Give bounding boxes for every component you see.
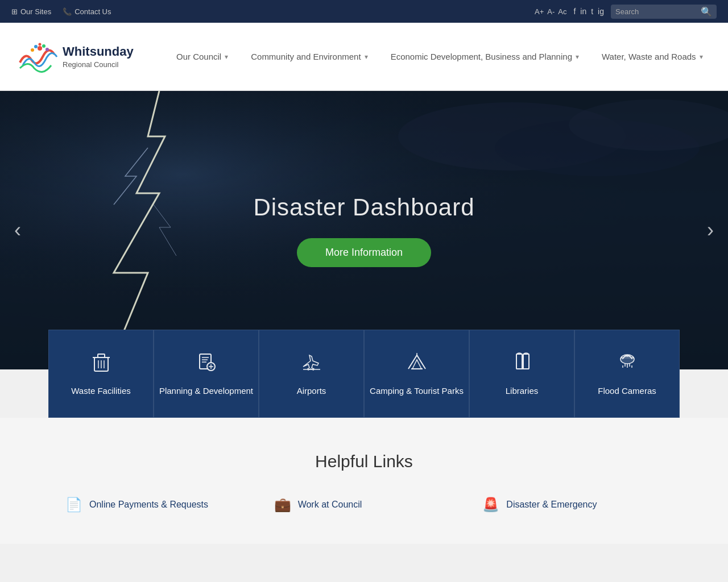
flood-icon [616, 351, 639, 379]
font-controls: A+ A- Ac [535, 7, 566, 16]
payments-label: Online Payments & Requests [89, 500, 208, 510]
logo[interactable]: Whitsunday Regional Council [17, 34, 142, 80]
linkedin-icon[interactable]: in [580, 7, 586, 16]
nav-economic-label: Economic Development, Business and Plann… [391, 52, 572, 61]
flood-label: Flood Cameras [598, 385, 656, 397]
svg-rect-15 [98, 354, 105, 357]
work-label: Work at Council [298, 500, 362, 510]
nav-water-chevron: ▾ [700, 53, 703, 61]
facebook-icon[interactable]: f [573, 7, 576, 16]
work-icon: 💼 [274, 497, 291, 513]
twitter-icon[interactable]: t [591, 7, 593, 16]
nav-community-chevron: ▾ [365, 53, 368, 61]
nav-economic-chevron: ▾ [576, 53, 579, 61]
search-bar: 🔍 [611, 5, 717, 19]
nav-community-label: Community and Environment [251, 52, 361, 61]
our-sites-link[interactable]: ⊞ Our Sites [11, 7, 51, 16]
quick-link-flood[interactable]: Flood Cameras [574, 330, 680, 418]
svg-point-1 [34, 45, 38, 48]
airports-label: Airports [297, 385, 326, 397]
nav-bar: Whitsunday Regional Council Our Council … [0, 23, 728, 91]
search-input[interactable] [615, 7, 701, 16]
helpful-item-payments[interactable]: 📄 Online Payments & Requests [57, 488, 254, 521]
camping-label: Camping & Tourist Parks [370, 385, 464, 397]
nav-links: Our Council ▾ Community and Environment … [165, 46, 714, 67]
contact-us-label: Contact Us [75, 7, 111, 16]
quick-links-section: Waste Facilities Planning & Development … [0, 330, 728, 418]
planning-icon [195, 351, 218, 379]
libraries-label: Libraries [506, 385, 539, 397]
disaster-label: Disaster & Emergency [506, 500, 597, 510]
search-button[interactable]: 🔍 [701, 6, 712, 17]
svg-point-3 [31, 48, 34, 52]
more-information-button[interactable]: More Information [297, 238, 431, 267]
quick-link-waste[interactable]: Waste Facilities [48, 330, 154, 418]
airports-icon [300, 351, 323, 379]
nav-item-economic[interactable]: Economic Development, Business and Plann… [379, 46, 590, 67]
svg-text:Whitsunday: Whitsunday [63, 44, 134, 59]
social-icons: f in t ig [573, 7, 604, 16]
svg-rect-29 [516, 354, 522, 369]
disaster-icon: 🚨 [482, 497, 499, 513]
nav-our-council-label: Our Council [176, 52, 221, 61]
font-increase-btn[interactable]: A+ [535, 7, 544, 16]
payments-icon: 📄 [65, 497, 82, 513]
carousel-next-button[interactable]: › [701, 213, 719, 248]
our-sites-label: Our Sites [20, 7, 51, 16]
nav-item-community[interactable]: Community and Environment ▾ [239, 46, 379, 67]
hero-section: ‹ Disaster Dashboard More Information › [0, 91, 728, 369]
svg-point-0 [38, 46, 42, 51]
nav-item-our-council[interactable]: Our Council ▾ [165, 46, 239, 67]
svg-text:Regional Council: Regional Council [63, 60, 118, 69]
helpful-links-section: Helpful Links 📄 Online Payments & Reques… [0, 418, 728, 544]
waste-label: Waste Facilities [71, 385, 130, 397]
carousel-prev-button[interactable]: ‹ [9, 213, 27, 248]
svg-point-4 [46, 48, 49, 51]
quick-link-libraries[interactable]: Libraries [469, 330, 574, 418]
phone-icon: 📞 [63, 7, 72, 16]
helpful-item-work[interactable]: 💼 Work at Council [266, 488, 463, 521]
camping-icon [406, 351, 428, 379]
libraries-icon [511, 351, 533, 379]
grid-icon: ⊞ [11, 7, 18, 16]
top-bar: ⊞ Our Sites 📞 Contact Us A+ A- Ac f in t… [0, 0, 728, 23]
helpful-item-disaster[interactable]: 🚨 Disaster & Emergency [474, 488, 671, 521]
logo-area: Whitsunday Regional Council [17, 34, 142, 80]
quick-link-camping[interactable]: Camping & Tourist Parks [364, 330, 469, 418]
font-decrease-btn[interactable]: A- [547, 7, 555, 16]
nav-our-council-chevron: ▾ [225, 53, 228, 61]
top-bar-right: A+ A- Ac f in t ig 🔍 [535, 5, 717, 19]
svg-point-32 [621, 355, 634, 364]
planning-label: Planning & Development [159, 385, 253, 397]
hero-title: Disaster Dashboard [253, 194, 474, 221]
quick-link-airports[interactable]: Airports [259, 330, 364, 418]
instagram-icon[interactable]: ig [598, 7, 604, 16]
svg-rect-30 [523, 354, 529, 369]
nav-item-water[interactable]: Water, Waste and Roads ▾ [590, 46, 714, 67]
quick-link-planning[interactable]: Planning & Development [154, 330, 259, 418]
top-bar-left: ⊞ Our Sites 📞 Contact Us [11, 7, 111, 16]
helpful-links-title: Helpful Links [57, 452, 671, 471]
svg-point-5 [39, 43, 42, 45]
waste-icon [90, 351, 113, 379]
nav-water-label: Water, Waste and Roads [602, 52, 696, 61]
font-reset-btn[interactable]: Ac [558, 7, 566, 16]
helpful-links-grid: 📄 Online Payments & Requests 💼 Work at C… [57, 488, 671, 521]
svg-point-2 [42, 44, 46, 48]
hero-content: Disaster Dashboard More Information [253, 194, 474, 267]
contact-us-link[interactable]: 📞 Contact Us [63, 7, 111, 16]
